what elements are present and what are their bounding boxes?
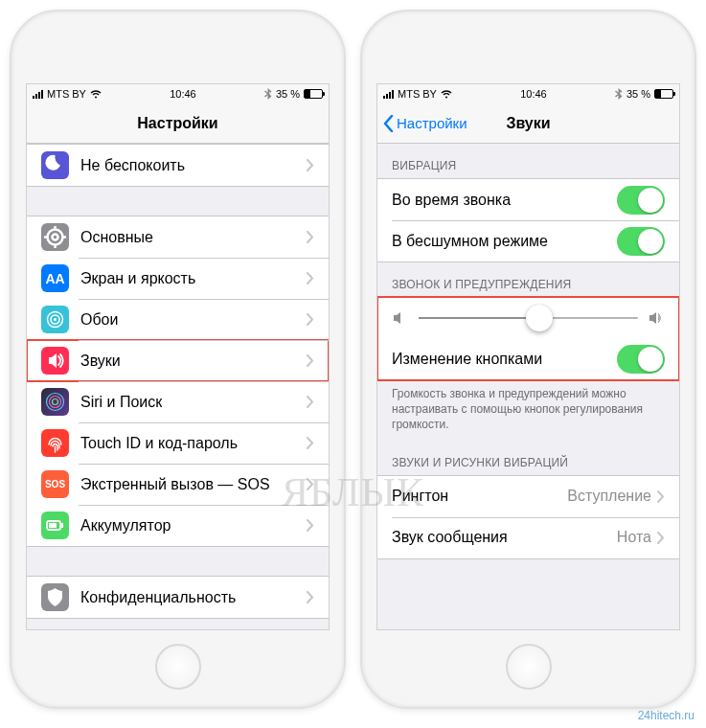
- toggle-change-with-buttons[interactable]: [617, 345, 665, 374]
- chevron-right-icon: [307, 231, 314, 243]
- settings-row-display[interactable]: AAЭкран и яркость: [27, 258, 329, 299]
- dnd-icon: [41, 151, 69, 179]
- ringer-group-highlighted: Изменение кнопками: [377, 297, 679, 380]
- volume-high-icon: [648, 309, 665, 327]
- settings-row-sounds[interactable]: Звуки: [27, 340, 329, 381]
- signal-icon: [33, 90, 43, 99]
- chevron-right-icon: [307, 519, 314, 532]
- chevron-right-icon: [657, 532, 665, 544]
- battery-pct: 35 %: [626, 88, 650, 100]
- row-ringtone[interactable]: Рингтон Вступление: [377, 476, 679, 517]
- status-bar: MTS BY 10:46 35 %: [377, 84, 679, 103]
- cell-label: Siri и Поиск: [80, 394, 307, 411]
- chevron-right-icon: [307, 313, 314, 326]
- back-button[interactable]: Настройки: [383, 115, 467, 132]
- section-header-vibration: ВИБРАЦИЯ: [377, 144, 679, 178]
- home-button[interactable]: [506, 644, 552, 690]
- cell-value: Вступление: [567, 488, 651, 505]
- cell-label: Звук сообщения: [392, 529, 617, 546]
- siri-icon: [41, 388, 69, 416]
- chevron-right-icon: [307, 272, 314, 284]
- settings-row-sos[interactable]: SOSЭкстренный вызов — SOS: [27, 464, 329, 505]
- settings-row-privacy[interactable]: Конфиденциальность: [27, 577, 329, 618]
- source-label: 24hitech.ru: [638, 709, 695, 722]
- status-bar: MTS BY 10:46 35 %: [27, 84, 329, 103]
- cell-label: Экстренный вызов — SOS: [80, 476, 307, 493]
- carrier-label: MTS BY: [398, 88, 437, 100]
- screen-left: MTS BY 10:46 35 % Настройки Не беспокоит…: [26, 83, 330, 630]
- wallpaper-icon: [41, 306, 69, 333]
- nav-title: Настройки: [137, 115, 217, 132]
- chevron-right-icon: [307, 591, 314, 603]
- clock-label: 10:46: [520, 88, 547, 100]
- clock-label: 10:46: [170, 88, 196, 100]
- privacy-icon: [41, 583, 69, 611]
- cell-label: Основные: [80, 229, 307, 246]
- bluetooth-icon: [264, 88, 272, 100]
- svg-point-0: [48, 230, 63, 245]
- svg-point-11: [50, 397, 61, 408]
- home-button[interactable]: [155, 644, 201, 690]
- row-vibrate-on-ring[interactable]: Во время звонка: [377, 179, 679, 220]
- cell-label: Звуки: [80, 353, 307, 370]
- settings-row-dnd[interactable]: Не беспокоить: [27, 145, 329, 186]
- cell-value: Нота: [617, 529, 651, 546]
- chevron-right-icon: [657, 490, 665, 503]
- settings-row-siri[interactable]: Siri и Поиск: [27, 381, 329, 422]
- screen-right: MTS BY 10:46 35 % Настройки Звуки ВИБРА: [376, 83, 680, 630]
- touchid-icon: [41, 429, 69, 457]
- settings-list[interactable]: Не беспокоитьОсновныеAAЭкран и яркостьОб…: [27, 144, 329, 629]
- cell-label: Изменение кнопками: [392, 351, 617, 368]
- row-change-with-buttons[interactable]: Изменение кнопками: [377, 338, 679, 379]
- cell-label: Обои: [80, 311, 307, 329]
- cell-label: Аккумулятор: [80, 517, 307, 535]
- chevron-left-icon: [383, 115, 394, 132]
- nav-title: Звуки: [506, 115, 550, 132]
- sos-icon: SOS: [41, 470, 69, 498]
- phone-left: MTS BY 10:46 35 % Настройки Не беспокоит…: [10, 10, 346, 709]
- toggle-vibrate-on-ring[interactable]: [617, 186, 665, 215]
- chevron-right-icon: [307, 396, 314, 408]
- nav-bar: Настройки: [27, 103, 329, 144]
- svg-rect-14: [61, 523, 63, 528]
- section-footer-ringer: Громкость звонка и предупреждений можно …: [377, 380, 679, 441]
- battery-icon: [654, 89, 673, 99]
- battery-icon: [304, 89, 323, 99]
- svg-point-1: [53, 235, 58, 240]
- cell-label: Экран и яркость: [80, 270, 307, 287]
- chevron-right-icon: [307, 159, 314, 171]
- row-ringer-volume[interactable]: [377, 298, 679, 338]
- cell-label: Рингтон: [392, 488, 567, 505]
- sounds-icon: [41, 347, 69, 375]
- svg-text:AA: AA: [45, 271, 64, 286]
- carrier-label: MTS BY: [47, 88, 86, 100]
- phone-right: MTS BY 10:46 35 % Настройки Звуки ВИБРА: [360, 10, 696, 709]
- section-header-sounds-patterns: ЗВУКИ И РИСУНКИ ВИБРАЦИЙ: [377, 441, 679, 475]
- svg-point-9: [54, 318, 57, 321]
- settings-row-touchid[interactable]: Touch ID и код-пароль: [27, 422, 329, 464]
- chevron-right-icon: [307, 354, 314, 367]
- row-text-tone[interactable]: Звук сообщения Нота: [377, 517, 679, 558]
- display-icon: AA: [41, 264, 69, 292]
- chevron-right-icon: [307, 478, 314, 490]
- cell-label: В бесшумном режиме: [392, 233, 617, 250]
- toggle-vibrate-on-silent[interactable]: [617, 227, 665, 256]
- svg-point-12: [53, 399, 58, 405]
- settings-row-battery[interactable]: Аккумулятор: [27, 505, 329, 546]
- sounds-content[interactable]: ВИБРАЦИЯ Во время звонка В бесшумном реж…: [377, 144, 679, 629]
- section-header-ringer: ЗВОНОК И ПРЕДУПРЕЖДЕНИЯ: [377, 262, 679, 297]
- row-vibrate-on-silent[interactable]: В бесшумном режиме: [377, 220, 679, 262]
- signal-icon: [383, 90, 394, 99]
- nav-bar: Настройки Звуки: [377, 103, 679, 144]
- svg-rect-15: [49, 523, 57, 528]
- back-label: Настройки: [397, 115, 467, 131]
- chevron-right-icon: [307, 437, 314, 449]
- general-icon: [41, 223, 69, 251]
- cell-label: Не беспокоить: [80, 157, 307, 174]
- battery-pct: 35 %: [276, 88, 300, 100]
- bluetooth-icon: [615, 88, 623, 100]
- volume-slider[interactable]: [419, 317, 638, 319]
- settings-row-wallpaper[interactable]: Обои: [27, 299, 329, 340]
- settings-row-general[interactable]: Основные: [27, 216, 329, 258]
- cell-label: Touch ID и код-пароль: [80, 435, 307, 452]
